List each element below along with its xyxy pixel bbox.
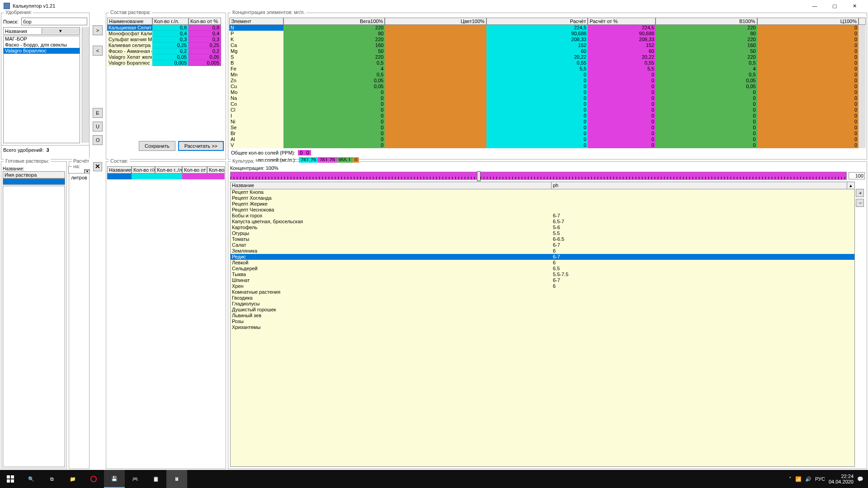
search-input[interactable] <box>21 18 87 25</box>
calcfor-group-label: Расчёт на: <box>72 158 90 169</box>
remove-button[interactable]: < <box>93 46 103 56</box>
language-indicator[interactable]: РУС <box>815 476 825 482</box>
comp-hdr-pct: Кол-во от % <box>189 18 221 25</box>
culture-row[interactable]: Рецепт Хогланда <box>231 195 854 201</box>
solution-name-selected[interactable] <box>3 178 65 185</box>
o-button[interactable]: O <box>93 135 103 145</box>
culture-row[interactable]: Розы <box>231 319 854 324</box>
fertilizer-item[interactable]: Valagro Бораплюс <box>4 48 80 54</box>
culture-row[interactable]: Шпинат6-7 <box>231 277 854 283</box>
element-row[interactable]: Mg506060500 <box>229 48 866 54</box>
element-row[interactable]: K220208,33208,332200 <box>229 37 866 42</box>
culture-row[interactable]: Земляника6 <box>231 248 854 254</box>
clear-button[interactable]: ✕ <box>93 162 102 171</box>
liters-spin-down[interactable]: ▼ <box>85 170 90 174</box>
element-row[interactable]: S22020,2220,222200 <box>229 54 866 60</box>
element-row[interactable]: Al00000 <box>229 136 866 142</box>
e-button[interactable]: E <box>93 108 103 118</box>
app-icon <box>4 3 10 9</box>
u-button[interactable]: U <box>93 122 103 131</box>
culture-row[interactable]: Картофель5-6 <box>231 225 854 230</box>
culture-row[interactable]: Львиный зев <box>231 313 854 319</box>
scrollbar[interactable] <box>82 27 89 143</box>
culture-row[interactable]: Бобы и горох6-7 <box>231 213 854 219</box>
save-button[interactable]: Сохранить <box>139 141 175 151</box>
culture-row[interactable]: Рецепт Чеснокова <box>231 207 854 213</box>
element-row[interactable]: P8090,68890,688800 <box>229 31 866 37</box>
start-button[interactable] <box>0 470 21 488</box>
culture-row[interactable]: Рецепт Кнопа <box>231 189 854 195</box>
name-label: Название: <box>3 166 65 171</box>
comp-hdr-gpl: Кол-во г./л. <box>152 18 189 25</box>
svg-rect-2 <box>7 479 10 483</box>
culture-row[interactable]: Огурцы5.5 <box>231 230 854 236</box>
culture-row[interactable]: Сельдерей6.5 <box>231 266 854 272</box>
element-row[interactable]: Mo00000 <box>229 89 866 95</box>
discord-icon[interactable]: 🎮 <box>125 470 146 488</box>
culture-row[interactable]: Комнатные растения <box>231 289 854 295</box>
element-row[interactable]: Br00000 <box>229 131 866 136</box>
fertilizer-item[interactable]: МАГ-БОР <box>4 36 80 42</box>
fertilizer-total-value: 3 <box>47 147 49 153</box>
element-row[interactable]: Cl00000 <box>229 107 866 113</box>
culture-row[interactable]: Томаты6-6.5 <box>231 236 854 242</box>
concentration-slider[interactable] <box>230 172 847 180</box>
culture-row[interactable]: Хрен6 <box>231 283 854 289</box>
fertilizer-list[interactable]: МАГ-БОРФаско - Бордо, для свеклыValagro … <box>3 36 80 143</box>
fertilizers-group-label: Удобрения: <box>4 9 33 15</box>
calculator-taskbar-icon[interactable]: 🖩 <box>166 470 187 488</box>
concentration-label: Концентрация: 100% <box>230 165 865 171</box>
culture-list[interactable]: Рецепт КнопаРецепт ХогландаРецепт Жерике… <box>230 189 855 467</box>
culture-group-label: Культура: <box>231 158 256 164</box>
element-row[interactable]: B0,50,550,550,50 <box>229 60 866 66</box>
calculate-button[interactable]: Рассчитать >> <box>178 141 224 151</box>
task-view-icon[interactable]: ⧉ <box>42 470 62 488</box>
element-row[interactable]: Ni00000 <box>229 119 866 125</box>
culture-row[interactable]: Гладиолусы <box>231 301 854 307</box>
wifi-icon[interactable]: 📶 <box>795 476 802 482</box>
notifications-icon[interactable]: 💬 <box>857 476 863 482</box>
minimize-button[interactable]: — <box>805 0 825 11</box>
app-icon-1[interactable]: 💾 <box>104 470 125 488</box>
element-row[interactable]: Se00000 <box>229 125 866 131</box>
app-icon-2[interactable]: 📋 <box>146 470 166 488</box>
element-row[interactable]: I00000 <box>229 113 866 119</box>
element-row[interactable]: Cu0,05000,050 <box>229 84 866 89</box>
element-row[interactable]: Mn0,5000,50 <box>229 72 866 78</box>
remove-culture-button[interactable]: − <box>856 199 864 207</box>
add-culture-button[interactable]: + <box>856 189 864 197</box>
element-row[interactable]: Co00000 <box>229 101 866 107</box>
concentration-value[interactable] <box>849 172 865 179</box>
ready-list[interactable] <box>3 186 65 467</box>
culture-row[interactable]: Рецепт Жерике <box>231 201 854 207</box>
maximize-button[interactable]: ▢ <box>825 0 844 11</box>
tray-chevron-icon[interactable]: ˄ <box>789 476 792 482</box>
volume-icon[interactable]: 🔊 <box>805 476 811 482</box>
element-row[interactable]: N220224,5224,52200 <box>229 25 866 31</box>
culture-row[interactable]: Редис6-7 <box>231 254 854 260</box>
ready-group-label: Готовые растворы: <box>4 158 51 164</box>
culture-row[interactable]: Гвоздика <box>231 295 854 301</box>
element-row[interactable]: Zn0,05000,050 <box>229 78 866 84</box>
culture-row[interactable]: Капуста цветная, брюсельская6.5-7 <box>231 219 854 225</box>
culture-row[interactable]: Левкой6 <box>231 260 854 266</box>
fertilizer-name-dropdown[interactable]: Названия ▾ <box>3 27 80 35</box>
culture-row[interactable]: Хризантемы <box>231 324 854 330</box>
culture-row[interactable]: Тыква5.5-7.5 <box>231 272 854 277</box>
culture-row[interactable]: Душистый горошек <box>231 307 854 313</box>
explorer-icon[interactable]: 📁 <box>62 470 83 488</box>
search-icon[interactable]: 🔍 <box>21 470 42 488</box>
liters-label: литров <box>71 175 87 180</box>
opera-icon[interactable]: O <box>83 470 104 488</box>
clock[interactable]: 22:24 04.04.2020 <box>829 474 854 484</box>
element-row[interactable]: Na00000 <box>229 95 866 101</box>
element-row[interactable]: Ca1601521521600 <box>229 42 866 48</box>
fertilizer-item[interactable]: Фаско - Бордо, для свеклы <box>4 42 80 48</box>
culture-row[interactable]: Салат6-7 <box>231 242 854 248</box>
close-button[interactable]: ✕ <box>844 0 864 11</box>
element-row[interactable]: V00000 <box>229 142 866 148</box>
add-button[interactable]: > <box>93 25 103 35</box>
scroll-up-icon[interactable]: ▴ <box>847 182 854 189</box>
element-row[interactable]: Fe45,55,540 <box>229 66 866 72</box>
taskbar: 🔍 ⧉ 📁 O 💾 🎮 📋 🖩 ˄ 📶 🔊 РУС 22:24 04.04.20… <box>0 470 868 488</box>
